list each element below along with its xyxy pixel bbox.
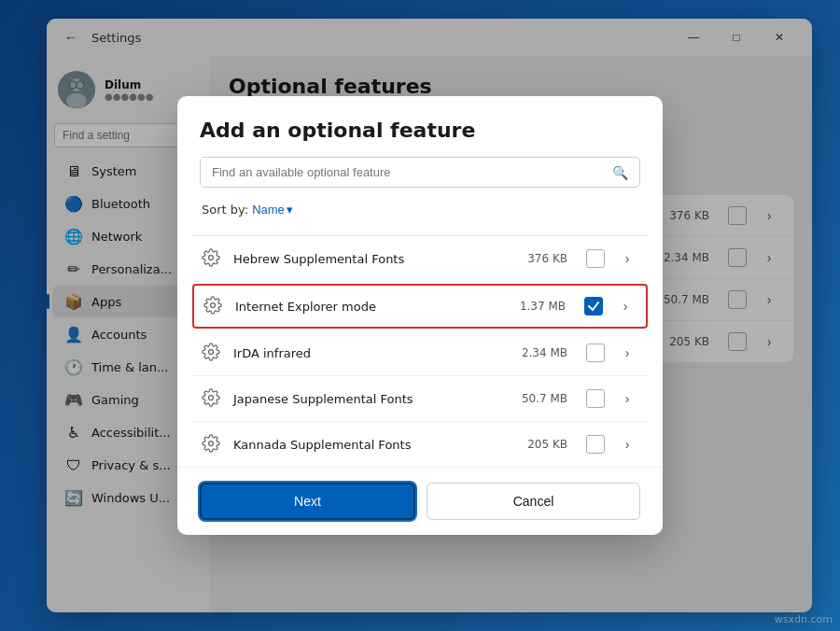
modal-item-checkbox[interactable] xyxy=(586,249,605,268)
modal-list-item: Kannada Supplemental Fonts 205 KB › xyxy=(192,422,648,467)
modal-item-checkbox[interactable] xyxy=(586,389,605,408)
modal-header: Add an optional feature 🔍 Sort by: Name … xyxy=(177,96,663,235)
modal-feature-list: Hebrew Supplemental Fonts 376 KB › Inter… xyxy=(185,236,655,467)
modal-item-name: IrDA infrared xyxy=(233,346,511,360)
modal-feature-icon xyxy=(203,296,224,316)
modal-list-item: Japanese Supplemental Fonts 50.7 MB › xyxy=(192,376,648,422)
modal-footer: Next Cancel xyxy=(177,467,663,535)
modal-feature-icon xyxy=(202,248,222,269)
modal-item-expand-button[interactable]: › xyxy=(616,247,638,270)
cancel-button[interactable]: Cancel xyxy=(427,483,640,520)
modal-item-checkbox-checked[interactable] xyxy=(584,297,603,316)
modal-item-checkbox[interactable] xyxy=(586,435,605,454)
modal-feature-icon xyxy=(202,343,222,363)
modal-item-name: Internet Explorer mode xyxy=(235,300,509,314)
modal-item-expand-button[interactable]: › xyxy=(616,342,638,364)
modal-item-name: Japanese Supplemental Fonts xyxy=(233,392,511,406)
modal-sort-label: Sort by: xyxy=(202,203,248,217)
modal-search-icon: 🔍 xyxy=(601,165,639,180)
modal-item-name: Kannada Supplemental Fonts xyxy=(233,438,516,452)
modal-title: Add an optional feature xyxy=(200,119,640,142)
modal-sort-dropdown[interactable]: Name ▾ xyxy=(252,203,293,217)
modal-sort-value: Name xyxy=(252,203,285,217)
modal-item-size: 1.37 MB xyxy=(520,300,566,313)
modal-list-item-highlighted: Internet Explorer mode 1.37 MB › xyxy=(192,284,648,329)
modal-list-item: Hebrew Supplemental Fonts 376 KB › xyxy=(192,236,648,282)
modal-item-size: 205 KB xyxy=(527,438,567,451)
checkmark-icon xyxy=(587,300,600,313)
modal-sort-chevron-icon: ▾ xyxy=(287,203,293,217)
modal-item-expand-button[interactable]: › xyxy=(616,433,638,456)
modal-list-item: IrDA infrared 2.34 MB › xyxy=(192,330,648,376)
modal-item-size: 2.34 MB xyxy=(522,346,567,359)
modal-feature-icon xyxy=(202,388,222,409)
modal-item-size: 376 KB xyxy=(527,252,567,265)
modal-item-expand-button[interactable]: › xyxy=(614,295,637,317)
modal-overlay: Add an optional feature 🔍 Sort by: Name … xyxy=(0,0,840,631)
modal-item-checkbox[interactable] xyxy=(586,344,605,362)
modal-item-expand-button[interactable]: › xyxy=(616,387,638,410)
modal-sort-row: Sort by: Name ▾ xyxy=(200,203,640,217)
modal-search-input[interactable] xyxy=(201,158,601,187)
modal-item-name: Hebrew Supplemental Fonts xyxy=(233,252,516,266)
modal-search-container: 🔍 xyxy=(200,157,640,188)
modal-item-size: 50.7 MB xyxy=(522,392,567,405)
next-button[interactable]: Next xyxy=(200,483,415,520)
modal-dialog: Add an optional feature 🔍 Sort by: Name … xyxy=(177,96,663,535)
modal-feature-icon xyxy=(202,434,222,455)
